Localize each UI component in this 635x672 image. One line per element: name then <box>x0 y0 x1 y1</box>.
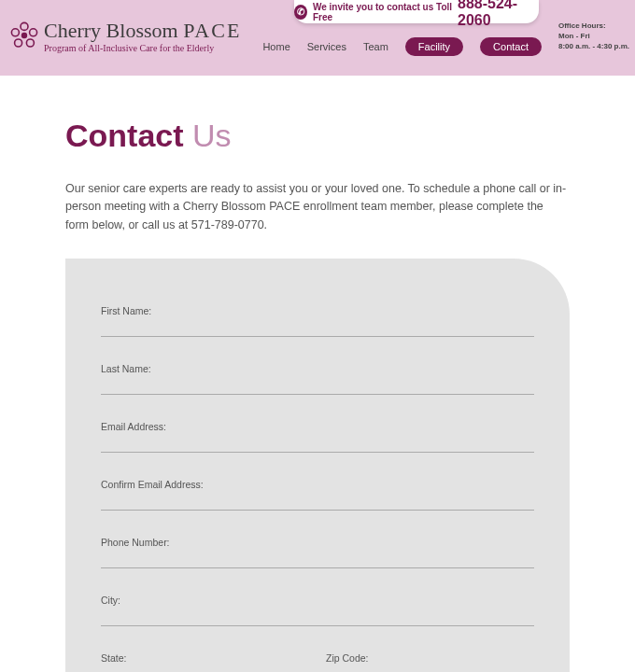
hours-label: Office Hours: <box>558 21 629 31</box>
svg-point-2 <box>26 39 34 47</box>
hours-time: 8:00 a.m. - 4:30 p.m. <box>558 41 629 51</box>
confirm-email-field[interactable] <box>101 492 534 511</box>
first-name-field[interactable] <box>101 318 534 337</box>
svg-point-3 <box>15 39 22 47</box>
svg-point-4 <box>11 29 19 36</box>
hours-days: Mon - Fri <box>558 31 629 41</box>
label-state: State: <box>101 652 309 664</box>
brand-tagline: Program of All-Inclusive Care for the El… <box>44 43 241 53</box>
nav-services[interactable]: Services <box>307 41 346 52</box>
brand-name: Cherry Blossom PACE <box>44 21 241 41</box>
tollfree-number: 888-524-2060 <box>458 0 539 29</box>
label-email: Email Address: <box>101 421 534 432</box>
nav-facility[interactable]: Facility <box>405 37 463 56</box>
label-phone: Phone Number: <box>101 537 534 548</box>
state-field[interactable] <box>101 665 309 672</box>
page-intro: Our senior care experts are ready to ass… <box>65 180 570 234</box>
label-city: City: <box>101 595 534 606</box>
label-confirm-email: Confirm Email Address: <box>101 479 534 490</box>
last-name-field[interactable] <box>101 376 534 395</box>
nav-contact[interactable]: Contact <box>480 37 542 56</box>
main-nav: Home Services Team Facility Contact <box>262 37 542 56</box>
svg-point-0 <box>21 22 28 30</box>
label-zip: Zip Code: <box>326 652 534 664</box>
phone-field[interactable] <box>101 550 534 568</box>
phone-icon: ✆ <box>294 5 307 20</box>
svg-point-5 <box>22 34 27 38</box>
header-band: Cherry Blossom PACE Program of All-Inclu… <box>0 0 635 76</box>
brand-logo[interactable]: Cherry Blossom PACE Program of All-Inclu… <box>9 21 241 54</box>
zip-field[interactable] <box>326 665 534 672</box>
nav-team[interactable]: Team <box>363 41 388 52</box>
tollfree-invite: We invite you to contact us Toll Free <box>313 2 454 22</box>
contact-form-card: First Name: Last Name: Email Address: Co… <box>65 259 570 672</box>
page-title: Contact Us <box>65 118 570 154</box>
email-field[interactable] <box>101 434 534 453</box>
label-last-name: Last Name: <box>101 363 534 374</box>
label-first-name: First Name: <box>101 305 534 316</box>
blossom-icon <box>9 21 39 54</box>
office-hours: Office Hours: Mon - Fri 8:00 a.m. - 4:30… <box>558 21 629 52</box>
nav-home[interactable]: Home <box>262 41 289 52</box>
svg-point-1 <box>30 29 37 36</box>
tollfree-banner[interactable]: ✆ We invite you to contact us Toll Free … <box>294 0 539 23</box>
city-field[interactable] <box>101 608 534 626</box>
page-content: Contact Us Our senior care experts are r… <box>65 76 570 672</box>
